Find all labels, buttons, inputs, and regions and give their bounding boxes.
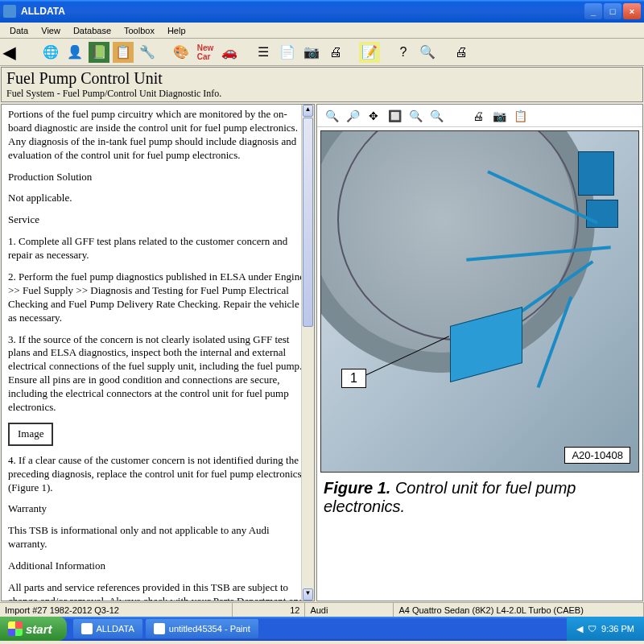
tool-paint-icon[interactable]: 🎨 [171,42,192,63]
taskbar-item-alldata[interactable]: ALLDATA [73,619,142,638]
page-title: Fuel Pump Control Unit [6,69,638,88]
article-para: All parts and service references provide… [8,581,308,601]
image-toolbar: 🔍 🔎 ✥ 🔲 🔍 🔍 🖨 📷 📋 [317,105,642,127]
article-para: 3. If the source of the concern is not c… [8,333,308,415]
image-button[interactable]: Image [8,423,53,446]
taskbar-app-icon [154,623,165,634]
tool-newcar-icon[interactable]: NewCar [195,42,216,63]
tool-car-icon[interactable]: 🚗 [219,42,240,63]
tool-list-icon[interactable]: ☰ [253,42,274,63]
tool-wrench-icon[interactable]: 🔧 [137,42,158,63]
menu-view[interactable]: View [35,24,67,37]
zoom-in-icon[interactable]: 🔍 [324,108,340,124]
back-button[interactable]: ◀ [6,42,27,63]
article-header: Fuel Pump Control Unit Fuel System - Fue… [1,67,643,102]
article-para: Production Solution [8,171,308,184]
window-title: ALLDATA [21,6,584,17]
article-para: 1. Complete all GFF test plans related t… [8,235,308,262]
diagram-callout-1: 1 [341,369,366,388]
minimize-button[interactable]: _ [584,3,602,19]
scroll-down-icon[interactable]: ▼ [303,588,313,601]
scroll-thumb[interactable] [303,118,313,327]
system-tray[interactable]: ◀ 🛡 9:36 PM [567,617,644,641]
diagram-image: 1 A20-10408 [320,130,639,473]
article-para: This TSB is informational only and not a… [8,524,308,551]
breadcrumb: Fuel System - Fuel Pump/Control Unit Dia… [6,88,638,100]
start-button[interactable]: start [0,617,67,641]
app-icon [3,5,16,18]
tool-globe-icon[interactable]: 🌐 [40,42,61,63]
article-para: Portions of the fuel pump circuitry whic… [8,108,308,163]
tool-book-icon[interactable]: 📗 [89,42,109,63]
tool-card-icon[interactable]: 📋 [113,42,134,63]
print-image-icon[interactable]: 🖨 [470,108,486,124]
status-vehicle: A4 Quattro Sedan (8K2) L4-2.0L Turbo (CA… [394,603,644,617]
tray-icon[interactable]: 🛡 [588,624,597,634]
article-para: 4. If a clear cause of the customer conc… [8,454,308,495]
tool-doc-icon[interactable]: 📄 [277,42,298,63]
tool-print-icon[interactable]: 🖨 [325,42,346,63]
camera-image-icon[interactable]: 📷 [491,108,507,124]
scrollbar[interactable]: ▲ ▼ [301,105,314,601]
taskbar-item-paint[interactable]: untitled45354 - Paint [146,619,258,638]
status-make: Audi [305,603,394,617]
zoom-out-icon[interactable]: 🔎 [345,108,361,124]
figure-caption: Figure 1. Control unit for fuel pump ele… [320,473,639,522]
menu-help[interactable]: Help [161,24,192,37]
diagram-part-number: A20-10408 [564,447,630,464]
article-pane: Portions of the fuel pump circuitry whic… [1,104,315,601]
move-icon[interactable]: ✥ [365,108,382,124]
tool-note-icon[interactable]: 📝 [359,42,380,63]
tool-search-icon[interactable]: 🔍 [417,42,438,63]
article-para: Additional Information [8,559,308,573]
article-para: Warranty [8,502,308,516]
zoom-actual-icon[interactable]: 🔍 [428,108,444,124]
article-para: Service [8,213,308,227]
status-bar: Import #27 1982-2012 Q3-12 12 Audi A4 Qu… [0,602,644,617]
article-para: Not applicable. [8,192,308,205]
article-para: 2. Perform the fuel pump diagnostics pub… [8,270,308,325]
status-count: 12 [233,603,305,617]
maximize-button[interactable]: □ [604,3,621,19]
window-buttons: _ □ × [584,3,641,19]
scroll-up-icon[interactable]: ▲ [303,105,313,117]
copy-image-icon[interactable]: 📋 [512,108,528,124]
taskbar: start ALLDATA untitled45354 - Paint ◀ 🛡 … [0,617,644,641]
status-dataset: Import #27 1982-2012 Q3-12 [0,603,233,617]
tray-clock: 9:36 PM [601,624,634,634]
menu-toolbox[interactable]: Toolbox [118,24,161,37]
close-button[interactable]: × [623,3,641,19]
menu-data[interactable]: Data [3,24,35,37]
main-toolbar: ◀ 🌐 👤 📗 📋 🔧 🎨 NewCar 🚗 ☰ 📄 📷 🖨 📝 ? 🔍 🖨 [0,39,644,66]
tool-print2-icon[interactable]: 🖨 [451,42,472,63]
tool-person-icon[interactable]: 👤 [64,42,85,63]
tool-help-icon[interactable]: ? [393,42,414,63]
title-bar: ALLDATA _ □ × [0,0,644,23]
zoom-reset-icon[interactable]: 🔍 [407,108,423,124]
tray-icon[interactable]: ◀ [576,624,583,634]
image-pane: 🔍 🔎 ✥ 🔲 🔍 🔍 🖨 📷 📋 1 [316,104,643,601]
menu-database[interactable]: Database [67,24,118,37]
menu-bar: Data View Database Toolbox Help [0,23,644,39]
tool-camera-icon[interactable]: 📷 [301,42,322,63]
taskbar-app-icon [81,623,93,634]
zoom-fit-icon[interactable]: 🔲 [386,108,402,124]
